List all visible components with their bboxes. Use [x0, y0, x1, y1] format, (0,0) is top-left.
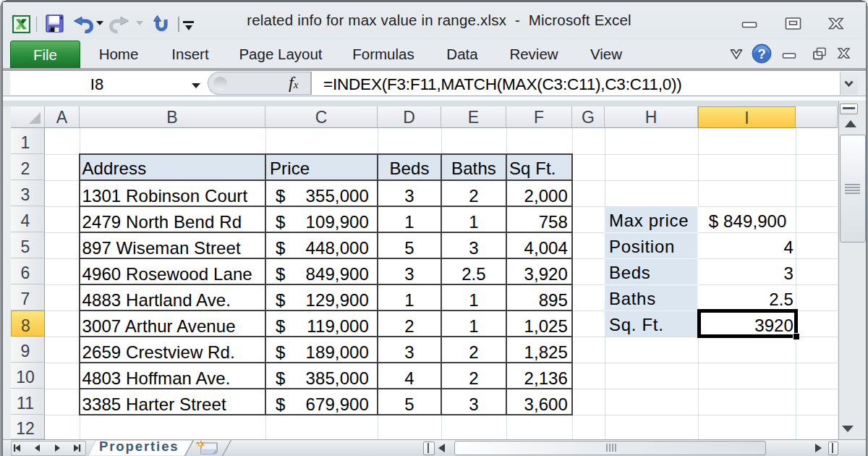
svg-text:?: ?	[757, 46, 766, 62]
